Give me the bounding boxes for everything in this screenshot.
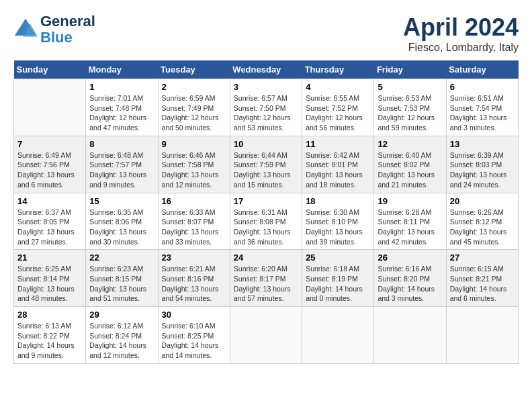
day-info-9: Sunrise: 6:46 AMSunset: 7:58 PMDaylight:…: [162, 150, 226, 190]
day-cell-12: 12Sunrise: 6:40 AMSunset: 8:02 PMDayligh…: [374, 136, 446, 193]
day-number-28: 28: [17, 310, 82, 320]
day-cell-5: 5Sunrise: 6:53 AMSunset: 7:53 PMDaylight…: [374, 79, 446, 136]
day-info-6: Sunrise: 6:51 AMSunset: 7:54 PMDaylight:…: [450, 93, 515, 133]
day-cell-9: 9Sunrise: 6:46 AMSunset: 7:58 PMDaylight…: [158, 136, 230, 193]
day-number-1: 1: [89, 82, 154, 92]
day-number-11: 11: [306, 139, 370, 149]
day-cell-22: 22Sunrise: 6:23 AMSunset: 8:15 PMDayligh…: [86, 250, 158, 307]
day-number-22: 22: [89, 253, 154, 263]
day-info-16: Sunrise: 6:33 AMSunset: 8:07 PMDaylight:…: [162, 208, 226, 247]
day-cell-21: 21Sunrise: 6:25 AMSunset: 8:14 PMDayligh…: [14, 250, 86, 307]
day-cell-26: 26Sunrise: 6:16 AMSunset: 8:20 PMDayligh…: [374, 250, 446, 307]
day-info-26: Sunrise: 6:16 AMSunset: 8:20 PMDaylight:…: [378, 264, 442, 304]
day-info-30: Sunrise: 6:10 AMSunset: 8:25 PMDaylight:…: [162, 321, 226, 361]
day-cell-8: 8Sunrise: 6:48 AMSunset: 7:57 PMDaylight…: [86, 136, 158, 193]
day-number-16: 16: [162, 196, 226, 206]
week-row-2: 7Sunrise: 6:49 AMSunset: 7:56 PMDaylight…: [14, 136, 519, 193]
day-cell-25: 25Sunrise: 6:18 AMSunset: 8:19 PMDayligh…: [302, 250, 374, 307]
day-info-10: Sunrise: 6:44 AMSunset: 7:59 PMDaylight:…: [234, 150, 298, 190]
logo-icon: [13, 17, 38, 42]
day-info-17: Sunrise: 6:31 AMSunset: 8:08 PMDaylight:…: [234, 208, 298, 247]
day-number-6: 6: [450, 82, 515, 92]
day-number-3: 3: [234, 82, 298, 92]
week-row-3: 14Sunrise: 6:37 AMSunset: 8:05 PMDayligh…: [14, 193, 519, 250]
day-number-29: 29: [89, 310, 154, 320]
header-tuesday: Tuesday: [158, 60, 230, 79]
day-cell-19: 19Sunrise: 6:28 AMSunset: 8:11 PMDayligh…: [374, 193, 446, 250]
day-info-5: Sunrise: 6:53 AMSunset: 7:53 PMDaylight:…: [378, 93, 442, 133]
day-info-21: Sunrise: 6:25 AMSunset: 8:14 PMDaylight:…: [17, 264, 82, 304]
day-info-7: Sunrise: 6:49 AMSunset: 7:56 PMDaylight:…: [17, 150, 82, 190]
location-title: Fiesco, Lombardy, Italy: [403, 42, 519, 54]
calendar-table: SundayMondayTuesdayWednesdayThursdayFrid…: [13, 60, 519, 364]
day-info-15: Sunrise: 6:35 AMSunset: 8:06 PMDaylight:…: [89, 208, 154, 247]
title-area: April 2024 Fiesco, Lombardy, Italy: [403, 13, 519, 54]
empty-cell: [374, 307, 446, 364]
day-info-3: Sunrise: 6:57 AMSunset: 7:50 PMDaylight:…: [234, 93, 298, 133]
day-info-29: Sunrise: 6:12 AMSunset: 8:24 PMDaylight:…: [89, 321, 154, 361]
day-cell-4: 4Sunrise: 6:55 AMSunset: 7:52 PMDaylight…: [302, 79, 374, 136]
week-row-4: 21Sunrise: 6:25 AMSunset: 8:14 PMDayligh…: [14, 250, 519, 307]
day-cell-15: 15Sunrise: 6:35 AMSunset: 8:06 PMDayligh…: [86, 193, 158, 250]
day-info-14: Sunrise: 6:37 AMSunset: 8:05 PMDaylight:…: [17, 208, 82, 247]
logo-text: General Blue: [40, 13, 95, 46]
day-cell-27: 27Sunrise: 6:15 AMSunset: 8:21 PMDayligh…: [446, 250, 518, 307]
day-cell-11: 11Sunrise: 6:42 AMSunset: 8:01 PMDayligh…: [302, 136, 374, 193]
day-info-8: Sunrise: 6:48 AMSunset: 7:57 PMDaylight:…: [89, 150, 154, 190]
header-saturday: Saturday: [446, 60, 518, 79]
day-cell-18: 18Sunrise: 6:30 AMSunset: 8:10 PMDayligh…: [302, 193, 374, 250]
day-info-24: Sunrise: 6:20 AMSunset: 8:17 PMDaylight:…: [234, 264, 298, 304]
day-info-28: Sunrise: 6:13 AMSunset: 8:22 PMDaylight:…: [17, 321, 82, 361]
day-info-22: Sunrise: 6:23 AMSunset: 8:15 PMDaylight:…: [89, 264, 154, 304]
day-number-21: 21: [17, 253, 82, 263]
header-sunday: Sunday: [14, 60, 86, 79]
week-row-1: 1Sunrise: 7:01 AMSunset: 7:48 PMDaylight…: [14, 79, 519, 136]
header-thursday: Thursday: [302, 60, 374, 79]
day-cell-14: 14Sunrise: 6:37 AMSunset: 8:05 PMDayligh…: [14, 193, 86, 250]
empty-cell: [230, 307, 302, 364]
day-cell-17: 17Sunrise: 6:31 AMSunset: 8:08 PMDayligh…: [230, 193, 302, 250]
logo-blue: Blue: [40, 30, 95, 46]
day-cell-24: 24Sunrise: 6:20 AMSunset: 8:17 PMDayligh…: [230, 250, 302, 307]
day-info-20: Sunrise: 6:26 AMSunset: 8:12 PMDaylight:…: [450, 208, 515, 247]
empty-cell: [302, 307, 374, 364]
header-friday: Friday: [374, 60, 446, 79]
day-number-14: 14: [17, 196, 82, 206]
logo: General Blue: [13, 13, 95, 46]
day-number-7: 7: [17, 139, 82, 149]
day-number-9: 9: [162, 139, 226, 149]
day-cell-16: 16Sunrise: 6:33 AMSunset: 8:07 PMDayligh…: [158, 193, 230, 250]
day-cell-1: 1Sunrise: 7:01 AMSunset: 7:48 PMDaylight…: [86, 79, 158, 136]
month-title: April 2024: [403, 13, 519, 42]
day-cell-10: 10Sunrise: 6:44 AMSunset: 7:59 PMDayligh…: [230, 136, 302, 193]
day-number-15: 15: [89, 196, 154, 206]
day-info-18: Sunrise: 6:30 AMSunset: 8:10 PMDaylight:…: [306, 208, 370, 247]
day-info-19: Sunrise: 6:28 AMSunset: 8:11 PMDaylight:…: [378, 208, 442, 247]
day-cell-30: 30Sunrise: 6:10 AMSunset: 8:25 PMDayligh…: [158, 307, 230, 364]
day-number-23: 23: [162, 253, 226, 263]
day-number-12: 12: [378, 139, 442, 149]
day-info-12: Sunrise: 6:40 AMSunset: 8:02 PMDaylight:…: [378, 150, 442, 190]
day-cell-2: 2Sunrise: 6:59 AMSunset: 7:49 PMDaylight…: [158, 79, 230, 136]
day-number-19: 19: [378, 196, 442, 206]
day-cell-28: 28Sunrise: 6:13 AMSunset: 8:22 PMDayligh…: [14, 307, 86, 364]
day-number-25: 25: [306, 253, 370, 263]
day-cell-3: 3Sunrise: 6:57 AMSunset: 7:50 PMDaylight…: [230, 79, 302, 136]
day-info-4: Sunrise: 6:55 AMSunset: 7:52 PMDaylight:…: [306, 93, 370, 133]
empty-cell: [446, 307, 518, 364]
day-number-13: 13: [450, 139, 515, 149]
day-info-13: Sunrise: 6:39 AMSunset: 8:03 PMDaylight:…: [450, 150, 515, 190]
day-number-8: 8: [89, 139, 154, 149]
day-info-23: Sunrise: 6:21 AMSunset: 8:16 PMDaylight:…: [162, 264, 226, 304]
day-cell-29: 29Sunrise: 6:12 AMSunset: 8:24 PMDayligh…: [86, 307, 158, 364]
week-row-5: 28Sunrise: 6:13 AMSunset: 8:22 PMDayligh…: [14, 307, 519, 364]
logo-general: General: [40, 13, 95, 30]
day-number-4: 4: [306, 82, 370, 92]
day-cell-23: 23Sunrise: 6:21 AMSunset: 8:16 PMDayligh…: [158, 250, 230, 307]
empty-cell: [14, 79, 86, 136]
day-info-2: Sunrise: 6:59 AMSunset: 7:49 PMDaylight:…: [162, 93, 226, 133]
day-number-24: 24: [234, 253, 298, 263]
day-info-25: Sunrise: 6:18 AMSunset: 8:19 PMDaylight:…: [306, 264, 370, 304]
day-number-26: 26: [378, 253, 442, 263]
day-info-11: Sunrise: 6:42 AMSunset: 8:01 PMDaylight:…: [306, 150, 370, 190]
